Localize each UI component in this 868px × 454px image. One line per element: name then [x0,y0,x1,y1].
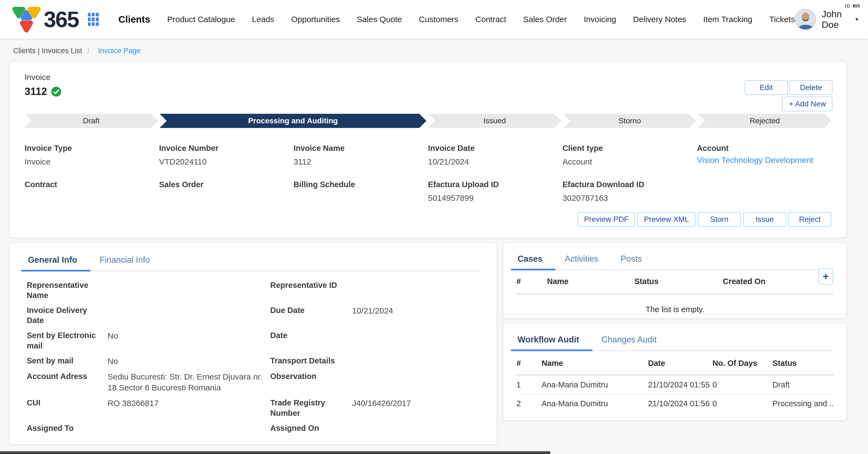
field-value: J40/16426/2017 [352,398,479,418]
nav-item-customers[interactable]: Customers [419,15,458,24]
field-label: Account [697,144,831,153]
field-value [107,280,270,300]
add-case-button[interactable]: + [818,268,833,285]
nav-item-sales-order[interactable]: Sales Order [523,15,567,24]
field-label: Reprensentative Name [27,280,107,300]
caret-down-icon: ▼ [854,17,859,22]
main-content: General Info Financial Info Reprensentat… [9,242,868,445]
field-contract: Contract [25,180,159,203]
workflow-stage-storno[interactable]: Storno [563,114,696,128]
field-value [352,330,479,351]
tab-cases[interactable]: Cases [517,249,544,269]
user-name: John Doe [822,9,848,30]
empty-list-message: The list is empty. [517,305,834,314]
user-menu[interactable]: John Doe ▼ [795,9,859,30]
nav-item-sales-quote[interactable]: Sales Quote [357,15,402,24]
tab-changes-audit[interactable]: Changes Audit [600,330,658,350]
field-value [25,193,159,203]
lang-en[interactable]: en [853,2,860,9]
account-link[interactable]: Vision Technology Development [697,156,831,165]
nav-item-leads[interactable]: Leads [252,15,274,24]
field-label: Observation [270,371,352,393]
audit-table-header: # Name Date No. Of Days Status [517,359,834,376]
tab-activities[interactable]: Activities [564,249,599,269]
preview-xml-button[interactable]: Preview XML [637,212,695,227]
workflow-audit-card: Workflow Audit Changes Audit # Name Date… [503,323,847,421]
tab-financial-info[interactable]: Financial Info [98,250,151,270]
cell-date: 21/10/2024 01:55 [648,380,712,389]
tab-posts[interactable]: Posts [620,249,643,269]
field-label: Date [270,330,352,351]
apps-grid-icon[interactable] [88,13,99,26]
delete-button[interactable]: Delete [789,80,833,95]
add-new-button[interactable]: + Add New [782,97,833,111]
reject-button[interactable]: Reject [788,212,831,227]
field-invoice-date: Invoice Date 10/21/2024 [428,144,563,167]
breadcrumb-path[interactable]: Clients | Invoices List [13,47,82,55]
field-label: Assigned On [270,423,352,433]
audit-tabs: Workflow Audit Changes Audit [517,330,834,351]
nav-item-clients[interactable]: Clients [119,14,150,25]
general-info-card: General Info Financial Info Reprensentat… [9,242,497,445]
tab-general-info[interactable]: General Info [27,250,78,270]
col-name: Name [547,277,634,286]
field-label: Due Date [270,305,352,325]
field-client-type: Client type Account [563,144,697,167]
field-empty [697,180,831,203]
invoice-header-card: Invoice 3112 Edit Delete + Add New Draft… [9,61,847,238]
field-efactura-download-id: Efactura Download ID 3020787163 [563,180,697,203]
field-label: Representative ID [270,280,352,300]
field-label: Invoice Type [25,144,159,153]
col-status: Status [634,277,723,286]
nav-item-tickets[interactable]: Tickets [769,15,795,24]
field-value [352,423,479,433]
horizontal-scrollbar-thumb[interactable] [0,451,550,454]
cell-date: 21/10/2024 01:56 [648,399,712,408]
nav-item-opportunities[interactable]: Opportunities [291,15,340,24]
workflow-stage-issued[interactable]: Issued [428,114,561,128]
nav-item-item-tracking[interactable]: Item Tracking [703,15,752,24]
field-value [107,305,270,325]
cell-name: Ana-Maria Dumitru [541,380,648,389]
field-value [159,193,294,203]
field-value: No [107,356,270,367]
preview-pdf-button[interactable]: Preview PDF [578,212,635,227]
field-label: Sent by mail [27,356,107,367]
issue-button[interactable]: Issue [743,212,786,227]
tab-workflow-audit[interactable]: Workflow Audit [517,330,580,350]
invoice-number-text: 3112 [25,86,47,97]
cell-days: 0 [712,380,772,389]
cases-card: Cases Activities Posts # Name Status Cre… [503,242,847,319]
field-account: Account Vision Technology Development [697,144,831,167]
nav-item-product-catalogue[interactable]: Product Catalogue [167,15,235,24]
green-check-circle-icon [51,87,61,97]
main-nav: Clients Product Catalogue Leads Opportun… [119,14,795,25]
cell-number: 2 [517,399,541,408]
workflow-stage-rejected[interactable]: Rejected [698,114,831,128]
storn-button[interactable]: Storn [698,212,741,227]
workflow-stage-draft[interactable]: Draft [25,114,158,128]
field-value [352,371,479,393]
lang-ro[interactable]: ro [845,2,850,9]
field-invoice-name: Invoice Name 3112 [293,144,428,167]
entity-label: Invoice [25,72,831,82]
field-value: Account [563,157,697,167]
brand-logo[interactable]: 365 [11,4,79,34]
field-value [293,193,428,203]
cell-status: Processing and ... [772,399,834,408]
audit-table-row: 2 Ana-Maria Dumitru 21/10/2024 01:56 0 P… [517,394,834,413]
language-switcher: roen [845,2,860,9]
col-status: Status [772,359,834,368]
field-label: Invoice Date [428,144,563,153]
workflow-stage-processing-and-auditing[interactable]: Processing and Auditing [160,114,426,128]
workflow-status-bar: Draft Processing and Auditing Issued Sto… [25,114,831,128]
field-label: Trade Registry Number [270,398,352,418]
field-label: Invoice Name [293,144,428,153]
field-sales-order: Sales Order [159,180,294,203]
nav-item-contract[interactable]: Contract [475,15,506,24]
field-label: Client type [563,144,697,153]
nav-item-invoicing[interactable]: Invoicing [584,15,616,24]
nav-item-delivery-notes[interactable]: Delivery Notes [633,15,686,24]
edit-button[interactable]: Edit [745,80,788,95]
field-value: 3112 [293,157,428,167]
